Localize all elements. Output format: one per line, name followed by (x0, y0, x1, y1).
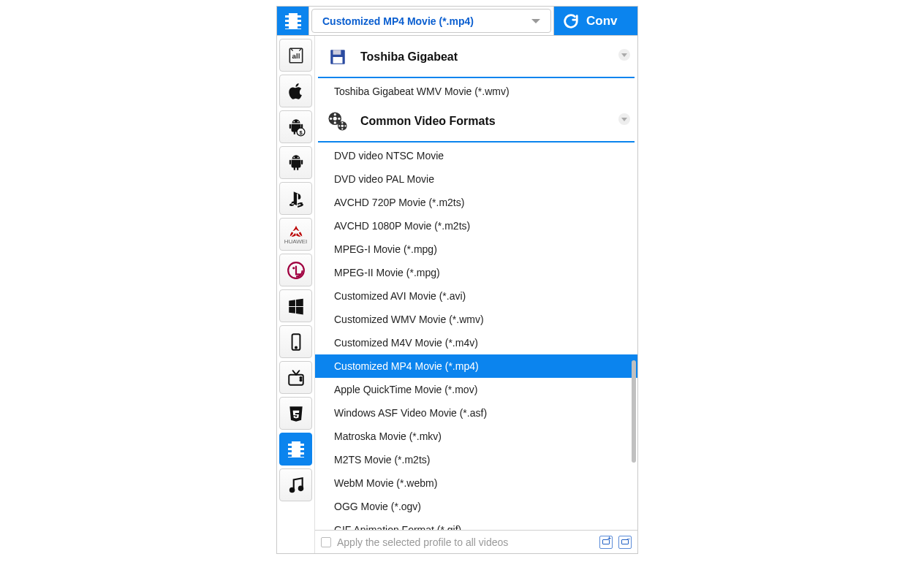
sidebar-item-lg[interactable] (279, 254, 312, 286)
svg-point-15 (295, 346, 296, 348)
apple-icon (287, 82, 306, 101)
svg-point-28 (330, 118, 332, 120)
svg-point-26 (334, 113, 336, 115)
sidebar-item-playstation[interactable] (279, 182, 312, 215)
sidebar-item-windows[interactable] (279, 289, 312, 322)
list-item[interactable]: DVD video NTSC Movie (315, 144, 637, 167)
tv-icon (287, 368, 306, 387)
list-item[interactable]: MPEG-I Movie (*.mpg) (315, 238, 637, 261)
list-scroll-area[interactable]: Toshiba Gigabeat Toshiba Gigabeat WMV Mo… (315, 36, 637, 530)
list-item[interactable]: AVCHD 1080P Movie (*.m2ts) (315, 214, 637, 238)
list-item[interactable]: Customized WMV Movie (*.wmv) (315, 308, 637, 331)
html5-icon (287, 404, 306, 423)
sidebar-item-all[interactable]: all (279, 39, 312, 72)
svg-rect-10 (289, 159, 290, 164)
list-item[interactable]: WebM Movie (*.webm) (315, 471, 637, 495)
chevron-down-icon (531, 19, 540, 23)
list-item[interactable]: Customized MP4 Movie (*.mp4) (315, 354, 637, 378)
convert-button[interactable]: Conv (553, 7, 637, 35)
svg-point-20 (298, 486, 302, 490)
list-item[interactable]: GIF Animation Format (*.gif) (315, 518, 637, 530)
film-icon (288, 441, 304, 457)
apply-all-label: Apply the selected profile to all videos (337, 536, 508, 548)
svg-point-3 (297, 121, 298, 122)
list-item[interactable]: Toshiba Gigabeat WMV Movie (*.wmv) (315, 80, 637, 103)
svg-point-35 (344, 125, 346, 126)
list-item[interactable]: Windows ASF Video Movie (*.asf) (315, 401, 637, 425)
svg-point-9 (297, 156, 298, 158)
remove-preset-button[interactable]: – (618, 536, 632, 549)
group-common-video-formats[interactable]: Common Video Formats (318, 103, 635, 143)
huawei-icon (288, 224, 304, 240)
add-preset-button[interactable]: + (599, 536, 613, 549)
sidebar-item-music[interactable] (279, 468, 312, 501)
refresh-icon (563, 13, 579, 29)
svg-point-2 (293, 121, 295, 122)
svg-rect-4 (289, 124, 290, 129)
android-paid-icon: $ (287, 118, 306, 137)
lg-icon (287, 261, 306, 280)
scrollbar-thumb[interactable] (632, 360, 636, 463)
svg-point-29 (338, 118, 340, 120)
minus-icon: – (627, 536, 630, 542)
svg-rect-22 (333, 50, 341, 55)
music-icon (287, 476, 306, 495)
sidebar-item-video[interactable] (279, 433, 312, 466)
group-title: Common Video Formats (360, 115, 496, 128)
svg-rect-23 (333, 57, 343, 64)
sidebar-item-html5[interactable] (279, 397, 312, 430)
video-category-button[interactable] (277, 7, 309, 35)
format-combo[interactable]: Customized MP4 Movie (*.mp4) (311, 9, 551, 33)
all-icon: all (287, 46, 306, 65)
svg-point-31 (341, 125, 344, 128)
format-list: Toshiba Gigabeat Toshiba Gigabeat WMV Mo… (315, 36, 637, 553)
chevron-down-icon[interactable] (618, 113, 630, 125)
svg-point-17 (300, 376, 301, 378)
group-title: Toshiba Gigabeat (360, 50, 458, 64)
floppy-icon (325, 45, 350, 69)
apply-all-checkbox[interactable] (321, 537, 331, 547)
huawei-label: HUAWEI (284, 238, 308, 245)
list-item[interactable]: M2TS Movie (*.m2ts) (315, 448, 637, 471)
android-icon (287, 153, 306, 172)
windows-icon (287, 297, 306, 316)
body: all $ HUAWEI (276, 35, 638, 554)
sidebar-item-apple[interactable] (279, 75, 312, 107)
svg-point-25 (333, 117, 337, 121)
list-item[interactable]: MPEG-II Movie (*.mpg) (315, 261, 637, 284)
svg-point-27 (334, 121, 336, 124)
category-sidebar: all $ HUAWEI (277, 36, 315, 553)
mobile-icon (287, 333, 306, 352)
svg-point-13 (292, 267, 295, 269)
list-item[interactable]: Customized M4V Movie (*.m4v) (315, 331, 637, 354)
svg-point-19 (289, 487, 293, 491)
playstation-icon (287, 189, 306, 208)
chevron-down-icon[interactable] (618, 49, 630, 61)
format-combo-label: Customized MP4 Movie (*.mp4) (322, 15, 474, 27)
convert-label: Conv (586, 14, 618, 29)
format-chooser-panel: Customized MP4 Movie (*.mp4) Conv all $ (276, 6, 638, 554)
list-item[interactable]: Apple QuickTime Movie (*.mov) (315, 378, 637, 401)
film-icon (285, 13, 301, 29)
footer: Apply the selected profile to all videos… (315, 530, 637, 553)
sidebar-item-android[interactable] (279, 146, 312, 179)
sidebar-item-tv[interactable] (279, 361, 312, 394)
svg-point-18 (300, 379, 301, 381)
svg-rect-11 (301, 159, 303, 164)
svg-text:all: all (292, 52, 300, 60)
list-item[interactable]: OGG Movie (*.ogv) (315, 495, 637, 518)
list-item[interactable]: DVD video PAL Movie (315, 167, 637, 191)
svg-point-33 (341, 128, 343, 129)
topbar: Customized MP4 Movie (*.mp4) Conv (276, 6, 638, 35)
film-reel-icon (325, 109, 350, 134)
svg-point-32 (341, 122, 343, 124)
group-toshiba-gigabeat[interactable]: Toshiba Gigabeat (318, 39, 635, 78)
list-item[interactable]: AVCHD 720P Movie (*.m2ts) (315, 191, 637, 214)
plus-icon: + (607, 536, 611, 542)
sidebar-item-huawei[interactable]: HUAWEI (279, 218, 312, 251)
sidebar-item-mobile[interactable] (279, 325, 312, 358)
svg-point-8 (293, 156, 295, 158)
sidebar-item-android-paid[interactable]: $ (279, 110, 312, 143)
list-item[interactable]: Matroska Movie (*.mkv) (315, 425, 637, 448)
list-item[interactable]: Customized AVI Movie (*.avi) (315, 284, 637, 308)
